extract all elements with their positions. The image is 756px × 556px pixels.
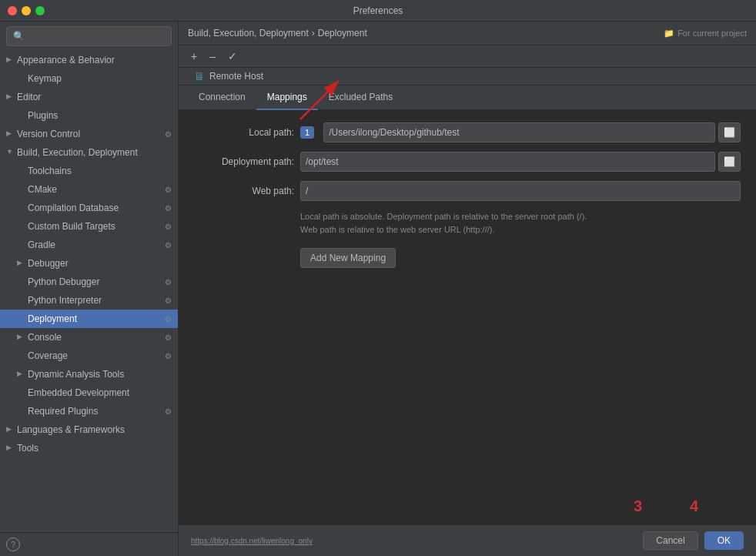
help-button[interactable]: ? xyxy=(6,538,20,551)
sidebar-item-build-execution[interactable]: ▼ Build, Execution, Deployment xyxy=(0,143,178,162)
deployment-path-browse-button[interactable]: ⬜ xyxy=(718,152,741,172)
sidebar-item-coverage[interactable]: Coverage ⚙ xyxy=(0,347,178,365)
web-path-label: Web path: xyxy=(194,186,294,196)
cancel-button[interactable]: Cancel xyxy=(643,531,697,550)
web-path-input-wrap xyxy=(300,181,741,201)
deployment-path-input-wrap: ⬜ xyxy=(300,152,741,172)
sidebar-item-label: CMake xyxy=(28,183,162,196)
web-path-row: Web path: xyxy=(194,181,741,201)
bottom-link[interactable]: https://blog.csdn.net/liwenlong_only xyxy=(191,537,313,545)
tab-connection[interactable]: Connection xyxy=(188,85,256,110)
search-box[interactable]: 🔍 xyxy=(6,26,172,46)
sidebar-item-label: Build, Execution, Deployment xyxy=(17,146,172,159)
sidebar-item-python-debugger[interactable]: Python Debugger ⚙ xyxy=(0,273,178,291)
remote-host-item[interactable]: 🖥 Remote Host xyxy=(179,68,756,85)
sidebar-item-console[interactable]: ▶ Console ⚙ xyxy=(0,328,178,347)
deploy-toolbar: + – ✓ xyxy=(179,45,756,68)
sidebar-item-tools[interactable]: ▶ Tools xyxy=(0,439,178,457)
local-path-browse-button[interactable]: ⬜ xyxy=(718,122,741,142)
sidebar-item-label: Required Plugins xyxy=(28,404,162,418)
sidebar-item-keymap[interactable]: Keymap xyxy=(0,69,178,88)
sidebar-item-label: Plugins xyxy=(28,109,172,122)
hint-line1: Local path is absolute. Deployment path … xyxy=(300,210,741,223)
add-button[interactable]: + xyxy=(188,49,200,64)
titlebar: Preferences xyxy=(0,0,756,22)
search-icon: 🔍 xyxy=(13,31,25,42)
arrow-icon: ▼ xyxy=(6,147,14,158)
window-title: Preferences xyxy=(353,5,403,16)
add-new-mapping-button[interactable]: Add New Mapping xyxy=(300,248,396,268)
deployment-path-label: Deployment path: xyxy=(194,156,294,167)
settings-icon: ⚙ xyxy=(165,203,172,214)
main-layout: 🔍 ▶ Appearance & Behavior Keymap ▶ Edito… xyxy=(0,22,756,556)
ok-button[interactable]: OK xyxy=(704,531,744,550)
settings-icon: ⚙ xyxy=(165,276,172,288)
sidebar-item-label: Tools xyxy=(17,441,172,455)
maximize-button[interactable] xyxy=(35,6,45,15)
arrow-icon: ▶ xyxy=(17,369,25,380)
arrow-icon: ▶ xyxy=(6,424,14,435)
sidebar-item-compilation-db[interactable]: Compilation Database ⚙ xyxy=(0,199,178,217)
sidebar-tree: ▶ Appearance & Behavior Keymap ▶ Editor … xyxy=(0,51,178,532)
sidebar-item-version-control[interactable]: ▶ Version Control ⚙ xyxy=(0,125,178,143)
arrow-icon: ▶ xyxy=(6,443,14,454)
content-area: Build, Execution, Deployment › Deploymen… xyxy=(179,22,756,556)
sidebar-item-label: Version Control xyxy=(17,127,162,141)
settings-icon: ⚙ xyxy=(165,295,172,306)
sidebar-item-gradle[interactable]: Gradle ⚙ xyxy=(0,236,178,254)
hint-line2: Web path is relative to the web server U… xyxy=(300,223,741,236)
sidebar-item-label: Custom Build Targets xyxy=(28,219,162,233)
minimize-button[interactable] xyxy=(22,6,31,15)
sidebar-item-cmake[interactable]: CMake ⚙ xyxy=(0,180,178,199)
form-hint: Local path is absolute. Deployment path … xyxy=(300,210,741,236)
form-content: Local path: 1 ⬜ Deployment path: ⬜ Web p… xyxy=(179,110,756,524)
search-input[interactable] xyxy=(28,31,165,42)
sidebar-item-debugger[interactable]: ▶ Debugger xyxy=(0,254,178,273)
sidebar-item-embedded-dev[interactable]: Embedded Development xyxy=(0,384,178,402)
sidebar-item-label: Coverage xyxy=(28,349,162,363)
sidebar-item-label: Python Interpreter xyxy=(28,293,162,307)
local-path-input[interactable] xyxy=(323,122,715,142)
arrow-icon: ▶ xyxy=(6,129,14,139)
tab-excluded-paths[interactable]: Excluded Paths xyxy=(318,85,403,110)
breadcrumb-parent: Build, Execution, Deployment xyxy=(188,28,309,39)
sidebar-item-editor[interactable]: ▶ Editor xyxy=(0,88,178,106)
settings-icon: ⚙ xyxy=(165,350,172,362)
tabs-bar: Connection Mappings Excluded Paths xyxy=(179,85,756,110)
remote-host-icon: 🖥 xyxy=(194,70,205,82)
close-button[interactable] xyxy=(8,6,17,15)
sidebar-item-dynamic-analysis[interactable]: ▶ Dynamic Analysis Tools xyxy=(0,365,178,384)
sidebar-item-label: Embedded Development xyxy=(28,386,172,400)
deployment-path-row: Deployment path: ⬜ xyxy=(194,152,741,172)
apply-button[interactable]: ✓ xyxy=(225,49,240,64)
sidebar-item-custom-build[interactable]: Custom Build Targets ⚙ xyxy=(0,217,178,236)
settings-icon: ⚙ xyxy=(165,129,172,140)
sidebar-item-plugins[interactable]: Plugins xyxy=(0,106,178,125)
sidebar-item-deployment[interactable]: Deployment ⚙ xyxy=(0,310,178,328)
mapping-number: 1 xyxy=(300,126,314,139)
breadcrumb: Build, Execution, Deployment › Deploymen… xyxy=(188,28,367,39)
web-path-input[interactable] xyxy=(300,181,741,201)
sidebar-item-python-interpreter[interactable]: Python Interpreter ⚙ xyxy=(0,291,178,310)
sidebar-item-required-plugins[interactable]: Required Plugins ⚙ xyxy=(0,402,178,420)
project-icon: 📁 xyxy=(664,28,674,39)
settings-icon: ⚙ xyxy=(165,184,172,196)
settings-icon: ⚙ xyxy=(165,221,172,233)
local-path-row: Local path: 1 ⬜ xyxy=(194,122,741,142)
window-controls xyxy=(8,6,45,15)
sidebar-item-toolchains[interactable]: Toolchains xyxy=(0,162,178,180)
sidebar-item-label: Appearance & Behavior xyxy=(17,53,172,67)
sidebar-item-appearance[interactable]: ▶ Appearance & Behavior xyxy=(0,51,178,69)
deployment-path-input[interactable] xyxy=(300,152,715,172)
sidebar-item-label: Dynamic Analysis Tools xyxy=(28,367,172,381)
breadcrumb-separator: › xyxy=(312,28,315,39)
sidebar-item-label: Debugger xyxy=(28,256,172,270)
tab-mappings[interactable]: Mappings xyxy=(256,85,318,110)
sidebar-item-languages[interactable]: ▶ Languages & Frameworks xyxy=(0,420,178,439)
sidebar: 🔍 ▶ Appearance & Behavior Keymap ▶ Edito… xyxy=(0,22,179,556)
settings-icon: ⚙ xyxy=(165,406,172,417)
remove-button[interactable]: – xyxy=(206,49,219,64)
sidebar-item-label: Python Debugger xyxy=(28,275,162,289)
sidebar-item-label: Compilation Database xyxy=(28,201,162,215)
sidebar-item-label: Languages & Frameworks xyxy=(17,423,172,437)
